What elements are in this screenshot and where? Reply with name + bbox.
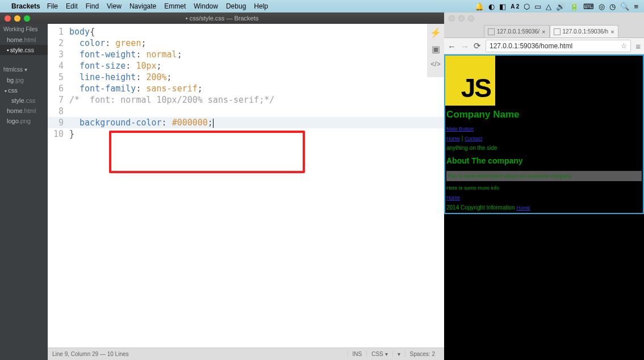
project-file-home[interactable]: home.html bbox=[0, 106, 48, 116]
window-title: • css/style.css — Brackets bbox=[186, 15, 259, 22]
gdrive-icon[interactable]: △ bbox=[546, 2, 551, 11]
working-file-style[interactable]: •style.css bbox=[0, 45, 48, 55]
brackets-window: • css/style.css — Brackets Working Files… bbox=[0, 12, 444, 360]
nav-contact-link[interactable]: Contact bbox=[465, 136, 482, 141]
display-icon[interactable]: ▭ bbox=[534, 2, 541, 11]
code-line[interactable]: background-color: #000000; bbox=[69, 117, 444, 128]
reload-button-icon[interactable]: ⟳ bbox=[474, 41, 481, 51]
menu-navigate[interactable]: Navigate bbox=[129, 2, 156, 10]
close-window-icon[interactable] bbox=[449, 15, 455, 22]
info-band: This is some information about our Aweso… bbox=[446, 171, 642, 181]
line-number: 1 bbox=[48, 26, 64, 37]
line-number: 7 bbox=[48, 94, 64, 106]
bookmark-star-icon[interactable]: ☆ bbox=[621, 42, 627, 50]
working-file-home[interactable]: home.html bbox=[0, 35, 48, 45]
main-button-link[interactable]: Main Button bbox=[446, 126, 474, 132]
menubar-app-name[interactable]: Brackets bbox=[11, 2, 40, 10]
tab-0[interactable]: 127.0.0.1:59036/× bbox=[484, 25, 550, 37]
line-number: 6 bbox=[48, 83, 64, 94]
volume-icon[interactable]: 🔊 bbox=[556, 2, 565, 11]
menu-help[interactable]: Help bbox=[254, 2, 268, 10]
project-file-bg[interactable]: bg.jpg bbox=[0, 75, 48, 85]
more-info: Here is some more info bbox=[446, 183, 642, 192]
close-window-icon[interactable] bbox=[5, 15, 11, 22]
menu-emmet[interactable]: Emmet bbox=[164, 2, 186, 10]
nav-home-link[interactable]: Home bbox=[446, 136, 460, 141]
copyright-home-link[interactable]: Home bbox=[516, 205, 530, 211]
line-number: 9 bbox=[48, 117, 64, 128]
indentation-setting[interactable]: Spaces: 2 bbox=[405, 351, 440, 357]
working-files-heading: Working Files bbox=[0, 24, 48, 35]
app-icon[interactable]: ◧ bbox=[499, 2, 506, 11]
url-bar[interactable]: 127.0.0.1:59036/home.html ☆ bbox=[486, 40, 631, 52]
project-file-style[interactable]: style.css bbox=[0, 95, 48, 106]
adobe-icon[interactable]: A 2 bbox=[511, 3, 519, 10]
mac-menubar: Brackets File Edit Find View Navigate Em… bbox=[0, 0, 644, 12]
project-file-logo[interactable]: logo.png bbox=[0, 116, 48, 126]
favicon-icon bbox=[554, 28, 561, 35]
line-number: 10 bbox=[48, 128, 64, 140]
side-text: anything on the side bbox=[446, 143, 642, 153]
notifications-icon[interactable]: ≡ bbox=[634, 2, 638, 11]
spotlight-icon[interactable]: 🔍 bbox=[620, 2, 629, 11]
code-line[interactable]: /* font: normal 10px/200% sans-serif;*/ bbox=[69, 94, 444, 106]
back-button-icon[interactable]: ← bbox=[448, 41, 456, 51]
clock-icon[interactable]: ◷ bbox=[609, 2, 616, 11]
code-line[interactable]: font-size: 10px; bbox=[69, 60, 444, 72]
code-line[interactable]: line-height: 200%; bbox=[69, 72, 444, 83]
brackets-sidebar: Working Files home.html •style.css htmlc… bbox=[0, 24, 48, 360]
dropbox-icon[interactable]: ⬡ bbox=[524, 2, 530, 11]
menu-find[interactable]: Find bbox=[86, 2, 99, 10]
line-number-gutter: 12345678910 bbox=[48, 26, 69, 348]
project-folder-css[interactable]: css bbox=[0, 85, 48, 95]
chrome-window: 127.0.0.1:59036/× 127.0.0.1:59036/h× ← →… bbox=[444, 12, 644, 360]
chevron-down-icon: ▾ bbox=[24, 66, 27, 73]
wifi-icon[interactable]: ◎ bbox=[599, 2, 605, 11]
do-not-disturb-icon[interactable]: ◐ bbox=[488, 2, 495, 11]
keyboard-icon[interactable]: ⌨ bbox=[583, 2, 594, 11]
zoom-window-icon[interactable] bbox=[468, 15, 474, 22]
line-number: 4 bbox=[48, 60, 64, 72]
encoding-dropdown[interactable]: ▾ bbox=[392, 351, 405, 357]
code-line[interactable]: font-weight: normal; bbox=[69, 49, 444, 60]
forward-button-icon[interactable]: → bbox=[461, 41, 469, 51]
code-line[interactable]: color: green; bbox=[69, 37, 444, 49]
url-text: 127.0.0.1:59036/home.html bbox=[490, 42, 621, 50]
language-mode[interactable]: CSS ▾ bbox=[366, 351, 392, 357]
statusbar: Line 9, Column 29 — 10 Lines INS CSS ▾ ▾… bbox=[48, 348, 444, 360]
page-viewport[interactable]: JS Company Name Main Button Home | Conta… bbox=[444, 55, 644, 360]
chevron-down-icon: ▾ bbox=[385, 351, 388, 357]
battery-icon[interactable]: 🔋 bbox=[570, 2, 579, 11]
close-tab-icon[interactable]: × bbox=[610, 28, 614, 35]
chrome-titlebar[interactable] bbox=[444, 12, 644, 24]
zoom-window-icon[interactable] bbox=[24, 15, 30, 22]
cursor-position: Line 9, Column 29 — 10 Lines bbox=[52, 351, 129, 357]
brackets-titlebar[interactable]: • css/style.css — Brackets bbox=[0, 12, 444, 24]
chrome-tabs: 127.0.0.1:59036/× 127.0.0.1:59036/h× bbox=[444, 24, 644, 37]
menu-debug[interactable]: Debug bbox=[226, 2, 246, 10]
copyright-line: 2014 Copyright Information Home bbox=[446, 202, 642, 213]
notification-icon[interactable]: 🔔 bbox=[475, 2, 484, 11]
code-line[interactable]: } bbox=[69, 128, 444, 140]
menu-edit[interactable]: Edit bbox=[66, 2, 78, 10]
line-number: 5 bbox=[48, 72, 64, 83]
minimize-window-icon[interactable] bbox=[458, 15, 465, 22]
favicon-icon bbox=[488, 28, 495, 35]
line-number: 2 bbox=[48, 37, 64, 49]
menu-file[interactable]: File bbox=[47, 2, 58, 10]
editor-area[interactable]: 12345678910 body{ color: green; font-wei… bbox=[48, 24, 444, 360]
footer-home-link[interactable]: Home bbox=[446, 195, 460, 200]
close-tab-icon[interactable]: × bbox=[542, 28, 545, 35]
code-line[interactable]: body{ bbox=[69, 26, 444, 37]
code-area[interactable]: 12345678910 body{ color: green; font-wei… bbox=[48, 24, 444, 348]
menubar-right-icons: 🔔 ◐ ◧ A 2 ⬡ ▭ △ 🔊 🔋 ⌨ ◎ ◷ 🔍 ≡ bbox=[475, 2, 638, 11]
code-line[interactable] bbox=[69, 106, 444, 117]
menu-view[interactable]: View bbox=[107, 2, 122, 10]
chrome-menu-icon[interactable]: ≡ bbox=[635, 41, 641, 51]
code-line[interactable]: font-family: sans-serif; bbox=[69, 83, 444, 94]
menu-window[interactable]: Window bbox=[194, 2, 218, 10]
minimize-window-icon[interactable] bbox=[14, 15, 20, 22]
project-title[interactable]: htmlcss ▾ bbox=[0, 64, 48, 75]
insert-mode[interactable]: INS bbox=[348, 351, 367, 357]
tab-1[interactable]: 127.0.0.1:59036/h× bbox=[550, 25, 618, 37]
